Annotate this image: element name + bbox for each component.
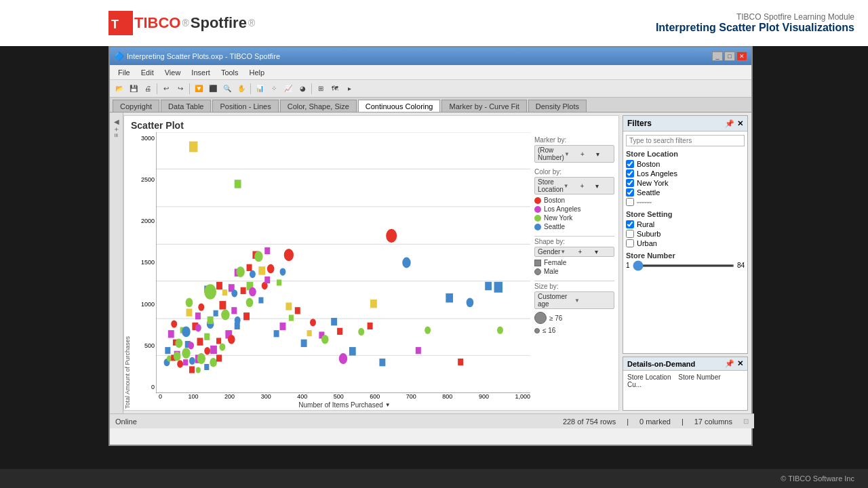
toolbar-print[interactable]: 🖨 [141, 82, 155, 96]
filters-pin-icon[interactable]: 📌 [725, 119, 734, 128]
toolbar-scatter[interactable]: ⁘ [267, 82, 281, 96]
toolbar-select[interactable]: ⬛ [206, 82, 220, 96]
toolbar-map[interactable]: 🗺 [328, 82, 342, 96]
tab-position-lines[interactable]: Position - Lines [212, 100, 278, 112]
data-point [204, 284, 216, 300]
filters-search-input[interactable] [626, 135, 745, 146]
filter-seattle-checkbox[interactable] [626, 188, 634, 197]
data-point [189, 366, 195, 373]
toolbar-pan[interactable]: ✋ [235, 82, 248, 96]
data-point [458, 359, 463, 365]
toolbar-undo[interactable]: ↩ [159, 82, 173, 96]
data-point [204, 364, 209, 370]
toolbar-more[interactable]: ▸ [342, 82, 356, 96]
title-bar: 🔷 Interpreting Scatter Plots.oxp - TIBCO… [110, 47, 751, 65]
filter-la: Los Angeles [626, 169, 745, 178]
x-axis-label-area: Number of Items Purchased ▼ [132, 400, 618, 410]
status-rows: 228 of 754 rows [563, 418, 616, 426]
shape-by-add-btn[interactable]: + [578, 248, 595, 256]
store-number-slider[interactable] [633, 264, 734, 267]
data-point [210, 346, 217, 354]
filter-rural-label: Rural [637, 220, 654, 228]
marker-by-control[interactable]: (Row Number) ▼ + ▾ [534, 145, 614, 163]
title-bar-controls[interactable]: _ □ ✕ [712, 52, 747, 61]
toolbar-bar-chart[interactable]: 📊 [253, 82, 267, 96]
data-point [280, 323, 286, 330]
store-setting-filter-title: Store Setting [626, 210, 745, 218]
tab-continuous-coloring[interactable]: Continuous Coloring [358, 100, 441, 112]
filters-panel: Filters 📌 ✕ Store Location [623, 115, 748, 354]
filter-boston-checkbox[interactable] [626, 160, 634, 168]
status-columns: 17 columns [694, 418, 732, 426]
menu-edit[interactable]: Edit [136, 67, 159, 78]
filter-urban-checkbox[interactable] [626, 239, 634, 247]
filter-la-checkbox[interactable] [626, 169, 634, 178]
filter-ny-checkbox[interactable] [626, 179, 634, 187]
tab-color-shape-size[interactable]: Color, Shape, Size [280, 100, 357, 112]
details-header-controls: 📌 ✕ [725, 359, 743, 368]
details-pin-icon[interactable]: 📌 [725, 359, 734, 368]
tab-copyright[interactable]: Copyright [113, 100, 159, 112]
shape-by-control[interactable]: Gender ▼ + ▾ [534, 247, 614, 257]
color-by-settings-btn[interactable]: ▾ [595, 182, 611, 190]
marker-by-add-btn[interactable]: + [580, 150, 595, 158]
filter-suburb-checkbox[interactable] [626, 230, 634, 238]
y-axis-ticks: 3000 2500 2000 1500 1000 500 0 [132, 132, 156, 393]
filter-seattle-label: Seattle [637, 188, 660, 197]
store-location-list: Boston Los Angeles New York [626, 160, 745, 206]
filter-seattle2: ------ [626, 198, 745, 206]
bottom-bar: © TIBCO Software Inc [0, 469, 868, 488]
panel-settings-btn[interactable]: ≡ [113, 134, 120, 138]
data-point [219, 301, 226, 309]
menu-file[interactable]: File [113, 67, 136, 78]
tab-marker-curve-fit[interactable]: Marker by - Curve Fit [441, 100, 526, 112]
toolbar-open[interactable]: 📂 [113, 82, 126, 96]
data-point [171, 320, 177, 327]
menu-tools[interactable]: Tools [216, 67, 244, 78]
color-by-control[interactable]: Store Location ▼ + ▾ [534, 177, 614, 195]
toolbar-zoom[interactable]: 🔍 [220, 82, 234, 96]
toolbar-pie[interactable]: ◕ [296, 82, 309, 96]
toolbar-redo[interactable]: ↪ [174, 82, 187, 96]
marker-by-settings-btn[interactable]: ▾ [596, 150, 611, 158]
toolbar-filter[interactable]: 🔽 [192, 82, 205, 96]
panel-collapse-btn[interactable]: ◀ [113, 118, 120, 125]
minimize-button[interactable]: _ [712, 52, 723, 61]
x-axis-label-btn[interactable]: Number of Items Purchased ▼ [298, 401, 390, 409]
shape-by-settings-btn[interactable]: ▾ [595, 248, 611, 256]
data-point [267, 264, 275, 274]
filter-rural-checkbox[interactable] [626, 220, 634, 228]
toolbar-line[interactable]: 📈 [281, 82, 295, 96]
menu-insert[interactable]: Insert [186, 67, 216, 78]
tab-density-plots[interactable]: Density Plots [528, 100, 587, 112]
size-by-dropdown-icon: ▼ [574, 298, 611, 304]
toolbar-save[interactable]: 💾 [127, 82, 140, 96]
data-point [258, 297, 263, 303]
data-point [165, 347, 170, 354]
menu-view[interactable]: View [159, 67, 186, 78]
data-point [195, 312, 201, 319]
size-large-label: ≥ 76 [549, 314, 562, 322]
filter-seattle2-checkbox[interactable] [626, 198, 634, 206]
ny-color-dot [534, 215, 541, 222]
toolbar-sep3 [250, 83, 251, 94]
data-point [280, 268, 286, 275]
filters-close-icon[interactable]: ✕ [737, 119, 743, 128]
size-by-label: Size by: [534, 283, 614, 290]
size-by-control[interactable]: Customer age ▼ [534, 291, 614, 309]
menu-help[interactable]: Help [244, 67, 271, 78]
close-button[interactable]: ✕ [736, 52, 747, 61]
female-label: Female [544, 259, 566, 266]
panel-expand-btn[interactable]: + [113, 127, 120, 131]
color-by-add-btn[interactable]: + [580, 182, 596, 190]
data-point [198, 304, 204, 311]
data-point [331, 318, 337, 325]
toolbar-table[interactable]: ⊞ [314, 82, 328, 96]
data-point [236, 266, 244, 277]
details-col-cu: Cu... [627, 381, 642, 388]
shape-by-value: Gender [538, 248, 560, 256]
tab-data-table[interactable]: Data Table [161, 100, 211, 112]
details-close-icon[interactable]: ✕ [737, 359, 743, 368]
filter-group-store-number: Store Number 1 84 [626, 251, 745, 269]
maximize-button[interactable]: □ [724, 52, 735, 61]
